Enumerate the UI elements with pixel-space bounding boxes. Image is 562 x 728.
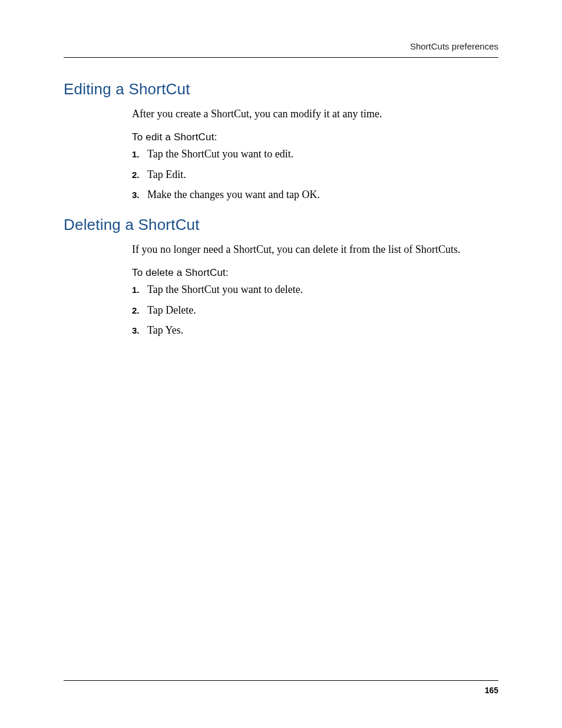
header-right-text: ShortCuts preferences [64, 41, 498, 57]
footer: 165 [64, 680, 498, 695]
deleting-subhead: To delete a ShortCut: [132, 267, 498, 279]
step-number: 2. [132, 305, 147, 317]
step-number: 1. [132, 149, 147, 160]
step-text: Tap Yes. [147, 323, 498, 337]
step-text: Tap the ShortCut you want to edit. [147, 147, 498, 161]
step-number: 2. [132, 169, 147, 181]
section-heading-deleting: Deleting a ShortCut [64, 216, 498, 234]
list-item: 1. Tap the ShortCut you want to delete. [132, 282, 498, 297]
section-heading-editing: Editing a ShortCut [64, 80, 498, 98]
step-number: 3. [132, 325, 147, 337]
step-text: Tap Delete. [147, 303, 498, 317]
editing-intro: After you create a ShortCut, you can mod… [132, 107, 498, 121]
list-item: 2. Tap Edit. [132, 167, 498, 182]
list-item: 3. Tap Yes. [132, 323, 498, 337]
deleting-intro: If you no longer need a ShortCut, you ca… [132, 242, 498, 256]
list-item: 1. Tap the ShortCut you want to edit. [132, 147, 498, 161]
step-number: 3. [132, 189, 147, 201]
list-item: 3. Make the changes you want and tap OK. [132, 187, 498, 202]
step-text: Tap the ShortCut you want to delete. [147, 282, 498, 297]
page: ShortCuts preferences Editing a ShortCut… [0, 0, 562, 728]
step-text: Tap Edit. [147, 167, 498, 182]
page-number: 165 [64, 686, 498, 695]
step-number: 1. [132, 284, 147, 296]
step-text: Make the changes you want and tap OK. [147, 187, 498, 202]
list-item: 2. Tap Delete. [132, 303, 498, 317]
editing-steps: 1. Tap the ShortCut you want to edit. 2.… [132, 147, 498, 202]
editing-subhead: To edit a ShortCut: [132, 131, 498, 143]
deleting-steps: 1. Tap the ShortCut you want to delete. … [132, 282, 498, 337]
footer-rule [64, 680, 498, 681]
header-rule [64, 57, 498, 58]
